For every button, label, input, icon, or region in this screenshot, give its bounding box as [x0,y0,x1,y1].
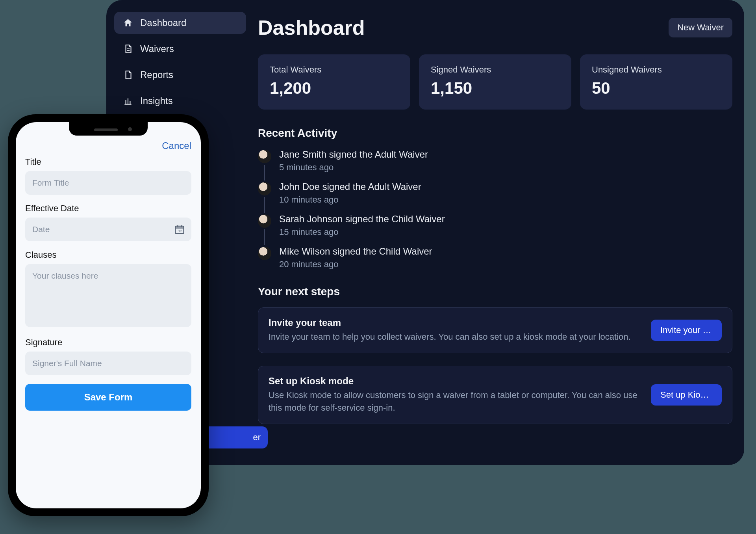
step-description: Use Kiosk mode to allow customers to sig… [269,389,643,414]
phone-mockup: Cancel Title Effective Date 12 Clauses S… [8,114,209,516]
activity-text: Sarah Johnson signed the Child Waiver [279,214,445,225]
stat-value: 1,150 [431,79,560,98]
page-title: Dashboard [258,16,365,39]
date-input[interactable] [25,218,191,241]
partial-button-text: er [253,432,261,443]
sidebar-item-waivers[interactable]: Waivers [114,38,246,60]
activity-item: John Doe signed the Adult Waiver 10 minu… [258,181,732,205]
activity-text: John Doe signed the Adult Waiver [279,181,421,192]
signature-input[interactable] [25,352,191,375]
effective-date-label: Effective Date [25,203,191,214]
stat-signed-waivers: Signed Waivers 1,150 [419,54,571,110]
step-invite-team: Invite your team Invite your team to hel… [258,307,732,353]
phone-camera [128,127,132,131]
activity-text: Mike Wilson signed the Child Waiver [279,246,432,257]
stat-label: Unsigned Waivers [592,65,721,75]
stat-total-waivers: Total Waivers 1,200 [258,54,410,110]
stat-label: Signed Waivers [431,65,560,75]
next-steps-title: Your next steps [258,285,732,298]
phone-speaker [94,128,118,131]
new-waiver-button[interactable]: New Waiver [669,18,732,37]
avatar [258,150,271,163]
svg-text:12: 12 [178,229,182,233]
avatar [258,247,271,260]
sidebar-item-insights[interactable]: Insights [114,90,246,112]
activity-item: Mike Wilson signed the Child Waiver 20 m… [258,246,732,270]
sidebar-item-label: Insights [140,95,173,106]
stat-value: 50 [592,79,721,98]
activity-time: 5 minutes ago [279,162,428,173]
title-label: Title [25,157,191,167]
home-icon [123,18,133,28]
timeline-connector [264,165,265,180]
page-header: Dashboard New Waiver [258,16,732,39]
stat-label: Total Waivers [270,65,398,75]
activity-item: Sarah Johnson signed the Child Waiver 15… [258,214,732,237]
cancel-button[interactable]: Cancel [162,140,191,151]
sidebar-item-label: Waivers [140,43,174,54]
step-kiosk-mode: Set up Kiosk mode Use Kiosk mode to allo… [258,366,732,424]
clauses-label: Clauses [25,250,191,260]
stat-value: 1,200 [270,79,398,98]
title-input[interactable] [25,171,191,195]
activity-time: 20 minutes ago [279,259,432,270]
timeline-connector [264,197,265,213]
activity-time: 10 minutes ago [279,195,421,205]
sidebar-item-reports[interactable]: Reports [114,64,246,86]
invite-team-button[interactable]: Invite your team [651,320,722,341]
file-icon [123,70,133,80]
activity-item: Jane Smith signed the Adult Waiver 5 min… [258,149,732,173]
document-icon [123,44,133,54]
sidebar-item-label: Reports [140,69,173,80]
effective-date-field: Effective Date 12 [25,203,191,241]
step-title: Set up Kiosk mode [269,376,643,387]
stats-row: Total Waivers 1,200 Signed Waivers 1,150… [258,54,732,110]
calendar-icon[interactable]: 12 [174,224,185,235]
step-description: Invite your team to help you collect wai… [269,331,643,343]
setup-kiosk-button[interactable]: Set up Kios… [651,384,722,406]
clauses-field: Clauses [25,250,191,329]
clauses-input[interactable] [25,264,191,327]
signature-label: Signature [25,337,191,348]
bar-chart-icon [123,96,133,106]
save-form-button[interactable]: Save Form [25,384,191,411]
timeline-connector [264,229,265,245]
phone-screen: Cancel Title Effective Date 12 Clauses S… [16,122,201,508]
title-field: Title [25,157,191,195]
main-content: Dashboard New Waiver Total Waivers 1,200… [254,0,744,465]
sidebar-item-dashboard[interactable]: Dashboard [114,12,246,34]
sidebar-item-label: Dashboard [140,17,186,28]
step-title: Invite your team [269,317,643,328]
stat-unsigned-waivers: Unsigned Waivers 50 [580,54,732,110]
recent-activity-title: Recent Activity [258,127,732,140]
avatar [258,182,271,195]
activity-time: 15 minutes ago [279,227,445,237]
recent-activity-list: Jane Smith signed the Adult Waiver 5 min… [258,149,732,270]
signature-field: Signature [25,337,191,375]
avatar [258,214,271,228]
activity-text: Jane Smith signed the Adult Waiver [279,149,428,160]
